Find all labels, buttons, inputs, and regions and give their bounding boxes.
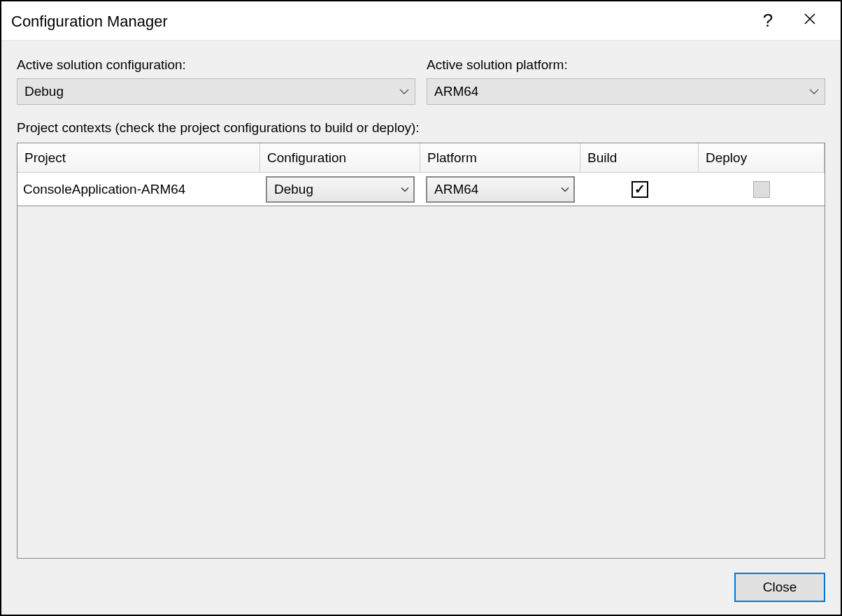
project-contexts-grid: Project Configuration Platform Build Dep… (17, 143, 825, 559)
header-configuration[interactable]: Configuration (260, 143, 420, 173)
header-build[interactable]: Build (580, 143, 699, 173)
chevron-down-icon (401, 187, 409, 192)
row-configuration-value: Debug (274, 182, 401, 197)
titlebar: Configuration Manager ? (1, 1, 841, 41)
header-deploy[interactable]: Deploy (699, 143, 825, 173)
build-checkbox[interactable]: ✓ (632, 181, 648, 198)
close-button-label: Close (763, 580, 797, 595)
header-project[interactable]: Project (17, 143, 260, 173)
dialog-content: Active solution configuration: Debug Act… (1, 41, 841, 615)
platform-cell: ARM64 (420, 173, 580, 206)
active-platform-value: ARM64 (434, 84, 809, 99)
grid-empty-area (17, 206, 825, 558)
active-platform-dropdown[interactable]: ARM64 (427, 78, 825, 105)
checkmark-icon: ✓ (634, 182, 645, 196)
window-title: Configuration Manager (11, 11, 747, 31)
row-platform-dropdown[interactable]: ARM64 (426, 176, 575, 203)
configuration-manager-dialog: Configuration Manager ? Active solution … (0, 0, 842, 616)
build-cell: ✓ (580, 173, 699, 206)
header-platform[interactable]: Platform (420, 143, 580, 173)
active-configuration-label: Active solution configuration: (17, 57, 415, 73)
deploy-cell (699, 173, 825, 206)
active-configuration-value: Debug (24, 84, 399, 99)
active-configuration-dropdown[interactable]: Debug (17, 78, 415, 105)
chevron-down-icon (561, 187, 569, 192)
row-configuration-dropdown[interactable]: Debug (266, 176, 415, 203)
active-configuration-group: Active solution configuration: Debug (17, 57, 415, 105)
configuration-cell: Debug (260, 173, 420, 206)
chevron-down-icon (399, 88, 409, 95)
close-button[interactable]: Close (734, 573, 825, 602)
close-icon (804, 13, 816, 29)
solution-selectors: Active solution configuration: Debug Act… (17, 57, 825, 105)
table-row: ConsoleApplication-ARM64 Debug ARM64 (17, 173, 825, 206)
row-platform-value: ARM64 (434, 182, 561, 197)
project-contexts-label: Project contexts (check the project conf… (17, 120, 825, 136)
chevron-down-icon (809, 88, 819, 95)
close-window-button[interactable] (789, 1, 831, 41)
grid-header-row: Project Configuration Platform Build Dep… (17, 143, 825, 173)
help-button[interactable]: ? (747, 1, 789, 41)
active-platform-label: Active solution platform: (427, 57, 825, 73)
project-name-cell: ConsoleApplication-ARM64 (17, 173, 260, 206)
active-platform-group: Active solution platform: ARM64 (427, 57, 825, 105)
dialog-footer: Close (17, 559, 825, 602)
help-icon: ? (763, 10, 773, 31)
deploy-checkbox (753, 181, 770, 198)
